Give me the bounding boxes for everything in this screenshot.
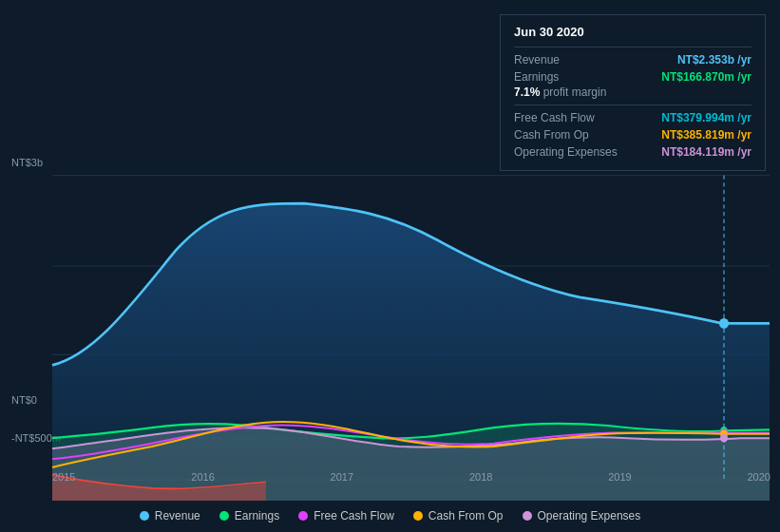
tooltip-value-fcf: NT$379.994m /yr [661,111,751,124]
legend-label-revenue: Revenue [155,509,200,522]
data-tooltip: Jun 30 2020 Revenue NT$2.353b /yr Earnin… [500,14,766,171]
x-label-2020: 2020 [747,471,770,483]
tooltip-title: Jun 30 2020 [514,25,751,39]
legend-dot-cashop [413,511,423,521]
legend-label-earnings: Earnings [235,509,279,522]
legend-label-opex: Operating Expenses [538,509,641,522]
tooltip-profit-margin: 7.1% profit margin [514,86,751,101]
legend-item-revenue[interactable]: Revenue [140,509,200,522]
legend-dot-fcf [298,511,308,521]
legend-dot-opex [523,511,532,521]
x-label-2018: 2018 [469,471,492,483]
legend-item-fcf[interactable]: Free Cash Flow [298,509,394,522]
legend-label-cashop: Cash From Op [428,509,504,522]
legend-dot-revenue [140,511,149,521]
opex-dot [720,434,728,443]
legend-item-cashop[interactable]: Cash From Op [413,509,504,522]
tooltip-label-earnings: Earnings [514,70,559,84]
x-axis-labels: 2015 2016 2017 2018 2019 2020 [52,471,770,483]
tooltip-row-earnings: Earnings NT$166.870m /yr [514,68,751,86]
tooltip-value-revenue: NT$2.353b /yr [677,53,751,66]
x-label-2019: 2019 [608,471,631,483]
tooltip-label-opex: Operating Expenses [514,145,618,159]
legend-item-opex[interactable]: Operating Expenses [523,509,641,522]
tooltip-value-earnings: NT$166.870m /yr [661,70,751,84]
legend-dot-earnings [219,511,229,521]
tooltip-row-fcf: Free Cash Flow NT$379.994m /yr [514,109,751,126]
x-label-2017: 2017 [331,471,353,483]
tooltip-row-opex: Operating Expenses NT$184.119m /yr [514,143,751,161]
tooltip-value-cashop: NT$385.819m /yr [661,128,751,142]
tooltip-label-fcf: Free Cash Flow [514,111,595,124]
legend-label-fcf: Free Cash Flow [314,509,394,522]
tooltip-row-revenue: Revenue NT$2.353b /yr [514,51,751,68]
x-label-2016: 2016 [191,471,214,483]
tooltip-value-opex: NT$184.119m /yr [661,145,751,159]
x-label-2015: 2015 [52,471,75,483]
tooltip-label-cashop: Cash From Op [514,128,589,142]
tooltip-row-cashop: Cash From Op NT$385.819m /yr [514,126,751,143]
chart-legend: Revenue Earnings Free Cash Flow Cash Fro… [0,509,780,522]
tooltip-label-revenue: Revenue [514,53,560,66]
legend-item-earnings[interactable]: Earnings [219,509,279,522]
revenue-dot [719,318,729,329]
